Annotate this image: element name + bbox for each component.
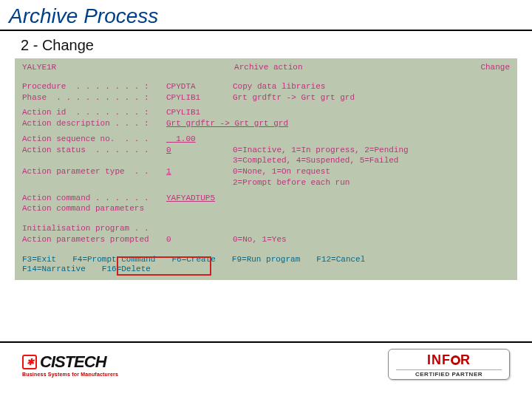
label: Phase . . . . . . . . . : <box>22 93 166 103</box>
screen-title: Archive action <box>56 63 480 73</box>
divider <box>0 341 532 343</box>
screen-mode: Change <box>480 63 510 73</box>
desc: 3=Completed, 4=Suspended, 5=Failed <box>233 156 510 166</box>
label: Initialisation program . . <box>22 224 166 234</box>
field-phase: Phase . . . . . . . . . : CPYLIB1 Grt gr… <box>22 93 510 103</box>
infor-logo: INFR CERTIFIED PARTNER <box>388 349 510 380</box>
label <box>22 178 166 188</box>
brand-text: CISTECH <box>40 352 106 372</box>
brand-text: INFR <box>396 352 502 368</box>
label: Action id . . . . . . . : <box>22 108 166 118</box>
input-value[interactable]: 1 <box>166 167 233 177</box>
field-procedure: Procedure . . . . . . . : CPYDTA Copy da… <box>22 82 510 92</box>
desc: 2=Prompt before each run <box>233 178 510 188</box>
value: CPYDTA <box>166 82 233 92</box>
field-params-prompted: Action parameters prompted 0 0=No, 1=Yes <box>22 235 510 245</box>
value: 0 <box>166 235 233 245</box>
circle-icon <box>451 355 460 365</box>
field-action-param-type-2: 2=Prompt before each run <box>22 178 510 188</box>
value <box>166 178 233 188</box>
field-action-cmd-params[interactable]: Action command parameters <box>22 204 510 214</box>
input-value[interactable]: YAFYADTUP5 <box>166 194 233 204</box>
desc: Copy data libraries <box>233 82 510 92</box>
value: CPYLIB1 <box>166 108 233 118</box>
input-value[interactable] <box>166 204 233 214</box>
terminal-screen: YALYE1R Archive action Change Procedure … <box>15 58 517 280</box>
field-action-status[interactable]: Action status . . . . . . 0 0=Inactive, … <box>22 146 510 156</box>
f16-delete[interactable]: F16=Delete <box>102 265 167 275</box>
f9-run-program[interactable]: F9=Run program <box>232 255 316 265</box>
label: Action command parameters <box>22 204 166 214</box>
slide-footer: ✱ CISTECH Business Systems for Manufactu… <box>0 341 532 399</box>
field-action-id: Action id . . . . . . . : CPYLIB1 <box>22 108 510 118</box>
f6-create[interactable]: F6=Create <box>171 255 231 265</box>
slide-title: Archive Process <box>0 0 532 30</box>
label: Action sequence no. . . . <box>22 134 166 145</box>
label: Action parameters prompted <box>22 235 166 245</box>
cistech-logo: ✱ CISTECH Business Systems for Manufactu… <box>22 352 118 377</box>
f4-prompt-command[interactable]: F4=Prompt command <box>72 255 171 265</box>
brand-tagline: Business Systems for Manufacturers <box>22 372 118 377</box>
input-value[interactable] <box>166 224 233 234</box>
field-action-command[interactable]: Action command . . . . . . YAFYADTUP5 <box>22 194 510 204</box>
divider <box>0 30 532 31</box>
field-action-status-2: 3=Completed, 4=Suspended, 5=Failed <box>22 156 510 166</box>
f12-cancel[interactable]: F12=Cancel <box>316 255 381 265</box>
desc: 0=None, 1=On request <box>233 167 510 177</box>
f3-exit[interactable]: F3=Exit <box>22 255 72 265</box>
desc: 0=Inactive, 1=In progress, 2=Pending <box>233 146 510 156</box>
brand-tagline: CERTIFIED PARTNER <box>396 369 502 378</box>
input-value[interactable]: 1.00 <box>166 134 233 145</box>
function-keys: F3=Exit F4=Prompt command F6=Create F9=R… <box>22 255 510 276</box>
label: Procedure . . . . . . . : <box>22 82 166 92</box>
f14-narrative[interactable]: F14=Narrative <box>22 265 102 275</box>
gear-icon: ✱ <box>22 355 37 369</box>
program-id: YALYE1R <box>22 63 56 73</box>
field-action-param-type[interactable]: Action parameter type . . 1 0=None, 1=On… <box>22 167 510 177</box>
slide-subtitle: 2 - Change <box>0 34 532 58</box>
desc: 0=No, 1=Yes <box>233 235 510 245</box>
input-value[interactable]: 0 <box>166 146 233 156</box>
input-value[interactable]: Grt grdftr -> Grt grt grd <box>166 119 288 129</box>
field-action-description[interactable]: Action description . . . : Grt grdftr ->… <box>22 119 510 129</box>
field-init-program[interactable]: Initialisation program . . <box>22 224 510 234</box>
field-action-seq[interactable]: Action sequence no. . . . 1.00 <box>22 134 510 145</box>
label: Action status . . . . . . <box>22 146 166 156</box>
label: Action command . . . . . . <box>22 194 166 204</box>
desc: Grt grdftr -> Grt grt grd <box>233 93 510 103</box>
label <box>22 156 166 166</box>
label: Action parameter type . . <box>22 167 166 177</box>
value: CPYLIB1 <box>166 93 233 103</box>
value <box>166 156 233 166</box>
label: Action description . . . : <box>22 119 166 129</box>
